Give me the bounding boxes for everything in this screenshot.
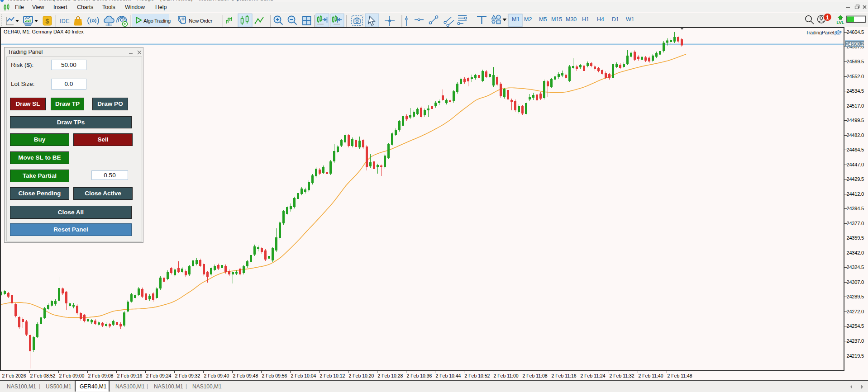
svg-text:Algo Trading: Algo Trading xyxy=(143,18,171,24)
svg-text:$: $ xyxy=(45,17,49,25)
svg-text:New Order: New Order xyxy=(189,18,213,24)
svg-text:LVL: LVL xyxy=(836,20,844,25)
svg-text:1: 1 xyxy=(826,14,829,21)
svg-text:IDE: IDE xyxy=(60,18,70,24)
